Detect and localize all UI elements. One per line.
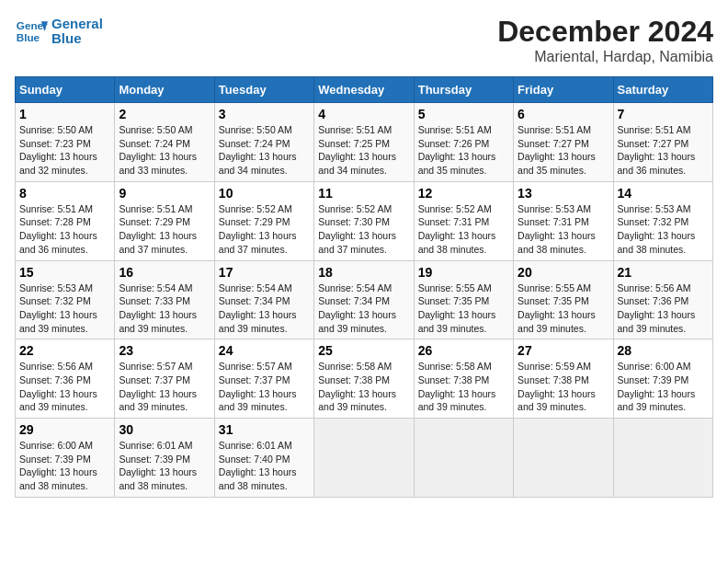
day-number: 30 [119,422,210,437]
day-cell: 18Sunrise: 5:54 AMSunset: 7:34 PMDayligh… [314,260,414,339]
day-cell: 17Sunrise: 5:54 AMSunset: 7:34 PMDayligh… [214,260,313,339]
day-cell: 29Sunrise: 6:00 AMSunset: 7:39 PMDayligh… [16,419,115,498]
day-number: 26 [418,343,509,358]
day-cell: 8Sunrise: 5:51 AMSunset: 7:28 PMDaylight… [16,181,115,260]
day-cell: 25Sunrise: 5:58 AMSunset: 7:38 PMDayligh… [314,339,414,419]
day-info: Sunrise: 5:51 AMSunset: 7:28 PMDaylight:… [19,202,110,257]
day-info: Sunrise: 5:52 AMSunset: 7:29 PMDaylight:… [219,202,310,257]
day-number: 11 [318,186,409,201]
day-info: Sunrise: 5:56 AMSunset: 7:36 PMDaylight:… [618,282,709,336]
day-info: Sunrise: 5:55 AMSunset: 7:35 PMDaylight:… [518,282,609,336]
day-cell: 20Sunrise: 5:55 AMSunset: 7:35 PMDayligh… [514,260,613,339]
day-number: 8 [19,186,110,201]
day-cell: 28Sunrise: 6:00 AMSunset: 7:39 PMDayligh… [613,339,712,419]
svg-text:Blue: Blue [17,31,40,43]
empty-cell [314,419,414,498]
day-number: 20 [518,265,609,280]
day-cell: 30Sunrise: 6:01 AMSunset: 7:39 PMDayligh… [115,419,214,498]
day-info: Sunrise: 5:53 AMSunset: 7:32 PMDaylight:… [618,202,709,257]
day-info: Sunrise: 5:56 AMSunset: 7:36 PMDaylight:… [19,360,110,414]
page-header: General Blue General Blue December 2024 … [15,15,713,65]
day-number: 19 [418,265,509,280]
day-cell: 13Sunrise: 5:53 AMSunset: 7:31 PMDayligh… [514,181,613,260]
day-info: Sunrise: 5:51 AMSunset: 7:25 PMDaylight:… [318,123,409,178]
title-area: December 2024 Mariental, Hardap, Namibia [497,15,713,65]
day-cell: 1Sunrise: 5:50 AMSunset: 7:23 PMDaylight… [16,103,115,182]
day-number: 23 [119,343,210,358]
day-info: Sunrise: 6:00 AMSunset: 7:39 PMDaylight:… [19,439,110,493]
day-number: 12 [418,186,509,201]
col-tuesday: Tuesday [214,77,313,103]
col-saturday: Saturday [613,77,712,103]
day-number: 17 [219,265,310,280]
day-cell: 21Sunrise: 5:56 AMSunset: 7:36 PMDayligh… [613,260,712,339]
day-cell: 14Sunrise: 5:53 AMSunset: 7:32 PMDayligh… [613,181,712,260]
day-info: Sunrise: 6:01 AMSunset: 7:39 PMDaylight:… [119,439,210,493]
day-info: Sunrise: 5:58 AMSunset: 7:38 PMDaylight:… [418,360,509,414]
day-cell: 3Sunrise: 5:50 AMSunset: 7:24 PMDaylight… [214,103,313,182]
day-info: Sunrise: 5:51 AMSunset: 7:27 PMDaylight:… [618,123,709,178]
day-number: 7 [618,107,709,121]
day-number: 4 [318,107,409,121]
col-sunday: Sunday [16,77,115,103]
day-number: 14 [618,186,709,201]
empty-cell [414,419,513,498]
day-cell: 27Sunrise: 5:59 AMSunset: 7:38 PMDayligh… [514,339,613,419]
day-number: 25 [318,343,409,358]
day-cell: 19Sunrise: 5:55 AMSunset: 7:35 PMDayligh… [414,260,513,339]
day-cell: 23Sunrise: 5:57 AMSunset: 7:37 PMDayligh… [115,339,214,419]
day-number: 3 [219,107,310,121]
page-subtitle: Mariental, Hardap, Namibia [497,49,713,65]
day-number: 28 [618,343,709,358]
day-number: 5 [418,107,509,121]
day-number: 13 [518,186,609,201]
day-info: Sunrise: 6:00 AMSunset: 7:39 PMDaylight:… [618,360,709,414]
day-number: 22 [19,343,110,358]
day-number: 10 [219,186,310,201]
day-cell: 6Sunrise: 5:51 AMSunset: 7:27 PMDaylight… [514,103,613,182]
logo-icon: General Blue [15,15,48,48]
day-info: Sunrise: 5:51 AMSunset: 7:29 PMDaylight:… [119,202,210,257]
day-info: Sunrise: 5:53 AMSunset: 7:32 PMDaylight:… [19,282,110,336]
day-info: Sunrise: 5:57 AMSunset: 7:37 PMDaylight:… [219,360,310,414]
day-info: Sunrise: 5:54 AMSunset: 7:34 PMDaylight:… [219,282,310,336]
day-number: 29 [19,422,110,437]
day-cell: 7Sunrise: 5:51 AMSunset: 7:27 PMDaylight… [613,103,712,182]
day-cell: 16Sunrise: 5:54 AMSunset: 7:33 PMDayligh… [115,260,214,339]
calendar-row: 29Sunrise: 6:00 AMSunset: 7:39 PMDayligh… [16,419,713,498]
calendar-row: 15Sunrise: 5:53 AMSunset: 7:32 PMDayligh… [16,260,713,339]
logo-line2: Blue [51,31,103,47]
page-title: December 2024 [497,15,713,49]
day-info: Sunrise: 5:51 AMSunset: 7:27 PMDaylight:… [518,123,609,178]
day-cell: 31Sunrise: 6:01 AMSunset: 7:40 PMDayligh… [214,419,313,498]
day-cell: 2Sunrise: 5:50 AMSunset: 7:24 PMDaylight… [115,103,214,182]
day-number: 27 [518,343,609,358]
empty-cell [613,419,712,498]
calendar-row: 1Sunrise: 5:50 AMSunset: 7:23 PMDaylight… [16,103,713,182]
day-info: Sunrise: 5:57 AMSunset: 7:37 PMDaylight:… [119,360,210,414]
day-number: 9 [119,186,210,201]
day-cell: 12Sunrise: 5:52 AMSunset: 7:31 PMDayligh… [414,181,513,260]
day-cell: 26Sunrise: 5:58 AMSunset: 7:38 PMDayligh… [414,339,513,419]
calendar-row: 8Sunrise: 5:51 AMSunset: 7:28 PMDaylight… [16,181,713,260]
day-cell: 24Sunrise: 5:57 AMSunset: 7:37 PMDayligh… [214,339,313,419]
day-info: Sunrise: 6:01 AMSunset: 7:40 PMDaylight:… [219,439,310,493]
day-number: 6 [518,107,609,121]
calendar-table: Sunday Monday Tuesday Wednesday Thursday… [15,76,713,498]
day-info: Sunrise: 5:54 AMSunset: 7:33 PMDaylight:… [119,282,210,336]
col-monday: Monday [115,77,214,103]
day-number: 16 [119,265,210,280]
day-info: Sunrise: 5:51 AMSunset: 7:26 PMDaylight:… [418,123,509,178]
logo-line1: General [51,17,103,32]
day-info: Sunrise: 5:53 AMSunset: 7:31 PMDaylight:… [518,202,609,257]
day-number: 15 [19,265,110,280]
logo: General Blue General Blue [15,15,103,48]
day-info: Sunrise: 5:50 AMSunset: 7:24 PMDaylight:… [219,123,310,178]
calendar-header-row: Sunday Monday Tuesday Wednesday Thursday… [16,77,713,103]
day-cell: 15Sunrise: 5:53 AMSunset: 7:32 PMDayligh… [16,260,115,339]
col-thursday: Thursday [414,77,513,103]
day-number: 31 [219,422,310,437]
day-cell: 4Sunrise: 5:51 AMSunset: 7:25 PMDaylight… [314,103,414,182]
day-number: 1 [19,107,110,121]
day-info: Sunrise: 5:50 AMSunset: 7:23 PMDaylight:… [19,123,110,178]
